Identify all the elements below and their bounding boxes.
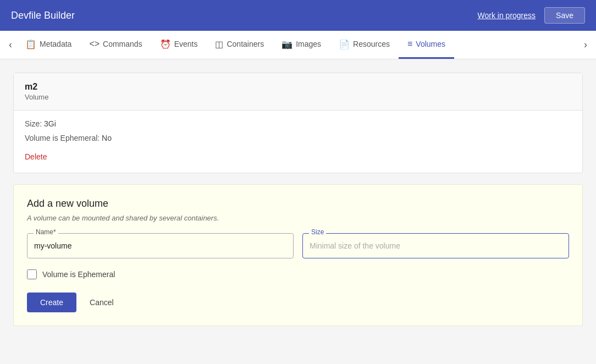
volumes-icon: ≡ (407, 39, 412, 49)
add-volume-desc: A volume can be mounted and shared by se… (27, 214, 569, 222)
add-volume-title: Add a new volume (27, 198, 569, 209)
tab-events[interactable]: ⏰ Events (151, 31, 207, 59)
app-title: Devfile Builder (11, 10, 75, 21)
volume-name: m2 (25, 82, 571, 92)
events-icon: ⏰ (160, 39, 171, 49)
tab-containers[interactable]: ◫ Containers (206, 31, 273, 59)
header-actions: Work in progress Save (478, 7, 585, 24)
commands-icon: <> (89, 39, 100, 49)
volume-type: Volume (25, 93, 571, 101)
tab-volumes[interactable]: ≡ Volumes (399, 31, 454, 59)
work-in-progress-link[interactable]: Work in progress (478, 11, 536, 20)
nav-tabs: 📋 Metadata <> Commands ⏰ Events ◫ Contai… (16, 31, 580, 59)
name-field-label: Name* (34, 228, 58, 236)
tab-resources[interactable]: 📄 Resources (330, 31, 399, 59)
ephemeral-value: No (102, 134, 112, 142)
tab-images[interactable]: 📷 Images (273, 31, 330, 59)
metadata-icon: 📋 (25, 39, 36, 49)
app-header: Devfile Builder Work in progress Save (0, 0, 596, 31)
size-label: Size: (25, 119, 42, 128)
form-row-inputs: Name* Size (27, 233, 569, 258)
volume-size-detail: Size: 3Gi (25, 119, 571, 128)
size-field-wrapper: Size (302, 233, 569, 258)
tab-metadata[interactable]: 📋 Metadata (16, 31, 80, 59)
volume-card-body: Size: 3Gi Volume is Ephemeral: No Delete (14, 111, 582, 173)
tab-containers-label: Containers (227, 40, 264, 48)
nav-arrow-right[interactable]: › (580, 35, 592, 55)
ephemeral-checkbox-label: Volume is Ephemeral (42, 270, 115, 279)
tab-metadata-label: Metadata (40, 40, 71, 48)
size-value: 3Gi (44, 119, 56, 128)
volume-card-header: m2 Volume (14, 73, 582, 111)
nav-arrow-left[interactable]: ‹ (4, 35, 16, 55)
resources-icon: 📄 (339, 39, 350, 49)
save-button[interactable]: Save (544, 7, 585, 24)
size-input[interactable] (302, 233, 569, 258)
containers-icon: ◫ (215, 39, 223, 49)
volume-card: m2 Volume Size: 3Gi Volume is Ephemeral:… (13, 73, 583, 173)
size-field-label: Size (309, 228, 326, 236)
tab-volumes-label: Volumes (416, 40, 445, 48)
tab-images-label: Images (296, 40, 321, 48)
nav-tabs-wrapper: ‹ 📋 Metadata <> Commands ⏰ Events ◫ Cont… (0, 31, 596, 59)
delete-button[interactable]: Delete (25, 152, 47, 161)
images-icon: 📷 (282, 39, 293, 49)
volume-ephemeral-detail: Volume is Ephemeral: No (25, 134, 571, 142)
tab-resources-label: Resources (353, 40, 390, 48)
ephemeral-label: Volume is Ephemeral: (25, 134, 100, 142)
tab-commands[interactable]: <> Commands (80, 31, 151, 59)
form-actions: Create Cancel (27, 293, 569, 312)
tab-events-label: Events (174, 40, 198, 48)
add-volume-section: Add a new volume A volume can be mounted… (13, 184, 583, 326)
main-content: m2 Volume Size: 3Gi Volume is Ephemeral:… (0, 59, 596, 364)
name-input[interactable] (27, 233, 294, 258)
name-field-wrapper: Name* (27, 233, 294, 258)
tab-commands-label: Commands (103, 40, 142, 48)
create-button[interactable]: Create (27, 293, 76, 312)
cancel-button[interactable]: Cancel (85, 293, 118, 312)
ephemeral-checkbox-row: Volume is Ephemeral (27, 269, 569, 279)
ephemeral-checkbox[interactable] (27, 269, 37, 279)
